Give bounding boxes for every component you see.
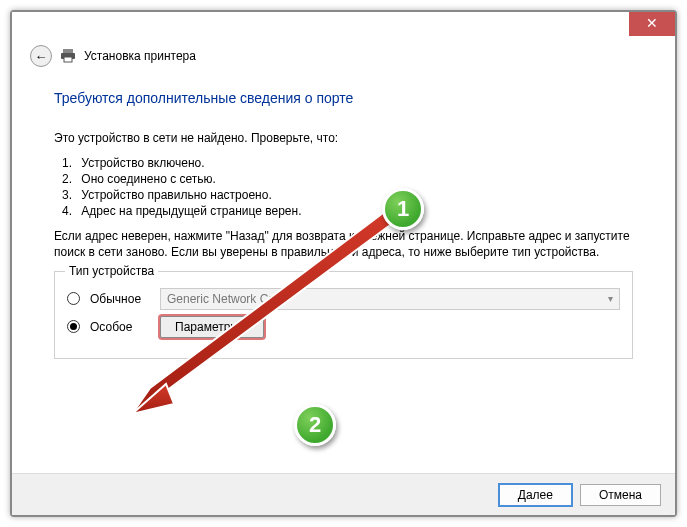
close-icon: ✕ [646, 15, 658, 31]
parameters-button[interactable]: Параметры... [160, 316, 264, 338]
back-arrow-icon: ← [35, 49, 48, 64]
printer-icon [60, 48, 76, 64]
next-button[interactable]: Далее [499, 484, 572, 506]
list-item: 3. Устройство правильно настроено. [62, 188, 633, 202]
annotation-marker-2: 2 [294, 404, 336, 446]
intro-text: Это устройство в сети не найдено. Провер… [54, 130, 633, 146]
page-heading: Требуются дополнительные сведения о порт… [54, 90, 633, 106]
footer: Далее Отмена [12, 473, 675, 515]
header: ← Установка принтера [12, 40, 675, 72]
header-title: Установка принтера [84, 49, 196, 63]
group-legend: Тип устройства [65, 264, 158, 278]
svg-marker-4 [132, 384, 174, 414]
radio-row-custom: Особое Параметры... [67, 316, 620, 338]
radio-row-standard: Обычное Generic Network Card ▾ [67, 288, 620, 310]
wizard-window: ✕ ← Установка принтера Требуются дополни… [10, 10, 677, 517]
titlebar: ✕ [12, 12, 675, 40]
advice-text: Если адрес неверен, нажмите "Назад" для … [54, 228, 633, 260]
checklist: 1. Устройство включено. 2. Оно соединено… [62, 156, 633, 218]
list-item: 2. Оно соединено с сетью. [62, 172, 633, 186]
list-item: 4. Адрес на предыдущей странице верен. [62, 204, 633, 218]
svg-rect-2 [64, 57, 72, 62]
back-button[interactable]: ← [30, 45, 52, 67]
radio-custom[interactable] [67, 320, 80, 333]
chevron-down-icon: ▾ [608, 293, 613, 304]
body-text: Это устройство в сети не найдено. Провер… [54, 130, 633, 261]
radio-standard[interactable] [67, 292, 80, 305]
device-type-group: Тип устройства Обычное Generic Network C… [54, 271, 633, 359]
device-type-combo[interactable]: Generic Network Card ▾ [160, 288, 620, 310]
radio-custom-label: Особое [90, 320, 150, 334]
content-area: Требуются дополнительные сведения о порт… [12, 72, 675, 359]
svg-rect-0 [63, 49, 73, 53]
combo-value: Generic Network Card [167, 292, 286, 306]
cancel-button[interactable]: Отмена [580, 484, 661, 506]
radio-standard-label: Обычное [90, 292, 150, 306]
list-item: 1. Устройство включено. [62, 156, 633, 170]
window-close-button[interactable]: ✕ [629, 12, 675, 36]
